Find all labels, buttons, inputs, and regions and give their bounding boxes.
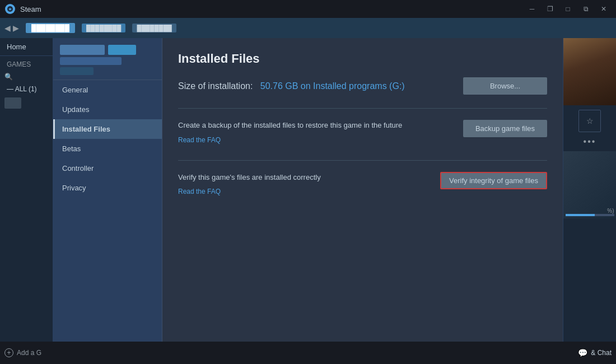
nav-game-title[interactable]: ████████	[26, 23, 75, 33]
backup-section-text: Create a backup of the installed files t…	[178, 120, 463, 144]
back-arrow-icon[interactable]: ◀	[4, 24, 11, 32]
game-subtitle-block	[60, 57, 122, 65]
right-panel-dots: •••	[584, 137, 596, 147]
forward-arrow-icon[interactable]: ▶	[13, 24, 19, 32]
verify-integrity-button[interactable]: Verify integrity of game files	[440, 172, 547, 189]
sidebar-left: Home Games 🔍 — ALL (1)	[0, 38, 53, 342]
add-game-label: Add a G	[17, 349, 41, 357]
close-button[interactable]: ✕	[596, 3, 612, 15]
verify-section: Verify this game's files are installed c…	[178, 160, 547, 197]
sidebar-all-label[interactable]: — ALL (1)	[0, 83, 53, 95]
chat-icon: 💬	[578, 348, 587, 357]
size-value-link[interactable]: 50.76 GB on Installed programs (G:)	[260, 81, 405, 91]
game-header	[53, 40, 162, 80]
backup-desc: Create a backup of the installed files t…	[178, 120, 452, 131]
sidebar-item-general[interactable]: General	[53, 80, 162, 100]
backup-section: Create a backup of the installed files t…	[178, 108, 547, 144]
browse-button[interactable]: Browse...	[463, 77, 547, 95]
right-percent-label: %)	[607, 208, 614, 214]
restore-button[interactable]: ❐	[542, 3, 558, 15]
game-tag-block	[60, 67, 94, 75]
add-game-icon: +	[4, 348, 13, 357]
titlebar: Steam ─ ❐ □ ⧉ ✕	[0, 0, 616, 18]
verify-faq-link[interactable]: Read the FAQ	[178, 188, 221, 195]
navbar: ◀ ▶ ████████ ████████ ████████	[0, 18, 616, 38]
size-info: Size of installation: 50.76 GB on Instal…	[178, 81, 405, 91]
search-icon: 🔍	[4, 73, 13, 81]
verify-section-text: Verify this game's files are installed c…	[178, 172, 440, 197]
maximize-button[interactable]: □	[560, 3, 576, 15]
sidebar-item-home[interactable]: Home	[0, 38, 53, 56]
nav-game-subtitle: ████████	[82, 24, 125, 32]
game-thumbnail	[4, 97, 21, 109]
size-row: Size of installation: 50.76 GB on Instal…	[178, 77, 547, 95]
backup-faq-link[interactable]: Read the FAQ	[178, 136, 221, 144]
sidebar-game-item[interactable]	[0, 95, 53, 111]
size-label: Size of installation:	[178, 81, 253, 91]
add-game-button[interactable]: + Add a G	[4, 348, 41, 357]
backup-section-row: Create a backup of the installed files t…	[178, 120, 547, 144]
star-button[interactable]: ☆	[578, 110, 601, 132]
game-title-bar	[60, 45, 155, 55]
titlebar-title: Steam	[20, 5, 41, 13]
chat-button[interactable]: 💬 & Chat	[578, 348, 612, 357]
sidebar-games-label: Games	[0, 56, 53, 71]
titlebar-left: Steam	[4, 3, 41, 15]
game-title-block2	[108, 45, 136, 55]
sidebar-item-betas[interactable]: Betas	[53, 139, 162, 158]
restore2-button[interactable]: ⧉	[578, 3, 594, 15]
sidebar-settings: General Updates Installed Files Betas Co…	[53, 38, 162, 342]
sidebar-search[interactable]: 🔍	[0, 71, 53, 83]
verify-desc: Verify this game's files are installed c…	[178, 172, 429, 183]
verify-section-row: Verify this game's files are installed c…	[178, 172, 547, 197]
game-title-block	[60, 45, 105, 55]
sidebar-item-installed-files[interactable]: Installed Files	[53, 119, 162, 139]
backup-game-files-button[interactable]: Backup game files	[463, 120, 547, 137]
right-progress-fill	[566, 214, 595, 216]
page-title: Installed Files	[178, 52, 547, 66]
minimize-button[interactable]: ─	[524, 3, 540, 15]
nav-game-tag: ████████	[132, 24, 176, 32]
right-game-art-bottom: %)	[563, 151, 617, 218]
sidebar-item-privacy[interactable]: Privacy	[53, 178, 162, 198]
right-panel: ☆ ••• %)	[563, 38, 616, 342]
chat-label: & Chat	[591, 349, 612, 357]
right-progress-bar	[566, 214, 614, 216]
titlebar-controls: ─ ❐ □ ⧉ ✕	[524, 3, 612, 15]
steam-logo-icon	[4, 3, 16, 15]
main-content: Installed Files Size of installation: 50…	[162, 38, 563, 342]
right-game-art-top	[563, 38, 617, 105]
sidebar-item-controller[interactable]: Controller	[53, 158, 162, 178]
sidebar-item-updates[interactable]: Updates	[53, 100, 162, 119]
bottombar: + Add a G 💬 & Chat	[0, 342, 616, 364]
nav-arrows: ◀ ▶	[4, 24, 19, 32]
